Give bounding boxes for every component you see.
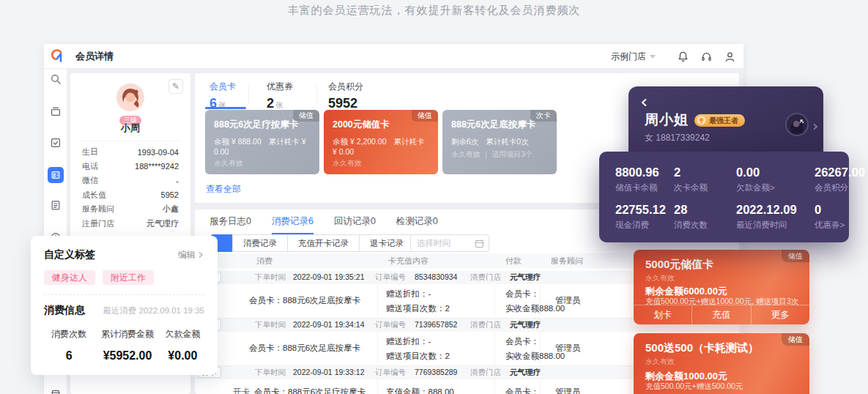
dashed-divider — [44, 294, 204, 295]
cell-recharge-2: 赠送项目次数：2 — [386, 303, 450, 314]
card-consumed: 累计耗卡0次 — [486, 137, 528, 146]
field-label: 生日 — [82, 146, 98, 157]
profile-field-row: 注册门店元气理疗 — [82, 217, 179, 231]
cell-advisor: 管理员 — [555, 295, 581, 306]
stored-value-card[interactable]: 储值 500送500（卡耗测试） 永久有效 剩余金额1000.00元 充值500… — [634, 333, 809, 394]
tab-follow-up[interactable]: 回访记录0 — [334, 215, 376, 234]
headset-icon[interactable] — [700, 51, 713, 63]
recent-consume-time: 最近消费 2022.09.01 19:35 — [103, 305, 204, 316]
tab-value: 2 — [267, 96, 274, 111]
filter-refund-button[interactable]: 退卡记录 — [359, 234, 415, 252]
edit-label: 编辑 — [178, 249, 196, 261]
member-rank-badge: 最强王者 — [694, 114, 745, 127]
meta-value: 8534830934 — [415, 272, 457, 281]
card-title: 500送500（卡耗测试） — [645, 341, 759, 355]
filter-buttons: 消费记录 充值开卡记录 退卡记录 — [233, 234, 415, 252]
tab-unit: 张 — [275, 101, 283, 109]
sidebar-shop2-icon[interactable] — [44, 388, 67, 394]
stat-label: 累计消费金额 — [94, 328, 161, 341]
tab-service-log[interactable]: 服务日志0 — [209, 215, 251, 234]
cell-advisor: 管理员 — [555, 343, 581, 354]
recharge-button[interactable]: 充值 — [691, 305, 750, 324]
consume-stats: 消费次数 6 累计消费金额 ¥5952.00 欠款金额 ¥0.00 — [44, 328, 204, 363]
stat-value: ¥5952.00 — [94, 349, 161, 363]
field-label: 服务顾问 — [82, 204, 114, 215]
swipe-card-button[interactable]: 划卡 — [634, 305, 691, 324]
meta-value: 2022-09-01 19:35:21 — [293, 272, 365, 281]
window-header: 会员详情 示例门店 — [44, 44, 743, 69]
profile-field-row: 微信- — [82, 174, 179, 188]
sidebar-member-icon[interactable] — [48, 167, 64, 183]
date-range-input[interactable]: 选择时间 — [410, 234, 489, 252]
meta-value: 2022-09-01 19:34:14 — [293, 320, 365, 329]
card-validity: 永久有效 — [214, 158, 311, 168]
field-value: 小鑫 — [163, 204, 179, 215]
cell-pay-1: 会员卡： — [505, 387, 539, 394]
meta-label: 消费门店 — [470, 320, 501, 330]
card-type-badge: 次卡 — [530, 110, 557, 122]
tag-pill[interactable]: 健身达人 — [44, 270, 95, 285]
user-icon[interactable] — [724, 51, 736, 63]
card-actions: 划卡 充值 更多 — [634, 305, 809, 324]
stat-value: ¥0.00 — [161, 349, 204, 363]
tab-value: 5952 — [328, 96, 357, 111]
divider — [540, 379, 541, 394]
cell-recharge-1: 赠送折扣：- — [386, 336, 431, 347]
tab-inspection[interactable]: 检测记录0 — [396, 215, 438, 234]
meta-label: 下单时间 — [255, 320, 286, 330]
meta-label: 订单编号 — [375, 368, 406, 378]
tab-coupons[interactable]: 优惠券 2张 — [267, 81, 293, 111]
more-button[interactable]: 更多 — [751, 305, 809, 324]
member-avatar: 三级 — [116, 83, 144, 111]
meta-label: 下单时间 — [255, 272, 286, 283]
sidebar-collection-icon[interactable] — [44, 105, 67, 122]
field-value: - — [176, 176, 179, 185]
cell-consume: 会员卡：888元6次足疗按摩卡 — [254, 387, 366, 394]
filter-consume-button[interactable]: 消费记录 — [232, 234, 288, 252]
meta-value: 元气理疗 — [510, 320, 541, 330]
cell-consume: 会员卡：888元6次足底按摩卡 — [249, 295, 360, 306]
member-card-item[interactable]: 次卡 888元6次足底按摩卡 剩余6次累计耗卡0次 永久有效 ｜ 适用项目3个 — [442, 110, 557, 174]
sidebar-search-icon[interactable] — [44, 73, 67, 89]
store-selector[interactable]: 示例门店 — [611, 51, 656, 63]
chevron-right-icon[interactable] — [812, 120, 819, 127]
edit-tags-button[interactable]: 编辑 — [178, 249, 204, 261]
store-selector-label: 示例门店 — [611, 51, 646, 63]
tab-consume-records[interactable]: 消费记录6 — [272, 215, 314, 234]
sidebar-order-icon[interactable] — [44, 199, 67, 215]
meta-label: 订单编号 — [375, 320, 406, 330]
stat-cash-consume: 22755.12现金消费 — [615, 203, 674, 231]
tab-points[interactable]: 会员积分 5952 — [328, 81, 363, 111]
member-panel-name: 周小姐 — [645, 111, 689, 130]
date-placeholder: 选择时间 — [417, 239, 450, 248]
col-header: 卡充值内容 — [388, 256, 429, 267]
field-value: 元气理疗 — [146, 218, 179, 229]
edit-profile-button[interactable]: ✎ — [168, 79, 183, 94]
card-validity: 永久有效 — [645, 273, 675, 283]
stat-consume-count: 消费次数 6 — [44, 328, 94, 363]
profile-field-row: 成长值5952 — [82, 188, 179, 203]
view-all-link[interactable]: 查看全部 — [206, 183, 241, 196]
member-card-item[interactable]: 储值 2000元储值卡 余额 ¥ 2,200.00累计耗卡 ¥ 0.00 永久有… — [324, 110, 438, 174]
app-logo-icon — [49, 48, 67, 65]
calendar-icon — [475, 239, 484, 248]
field-label: 电话 — [82, 161, 98, 172]
profile-field-row: 服务顾问小鑫 — [82, 202, 179, 217]
notification-bell-icon[interactable] — [677, 51, 689, 63]
stat-label: 消费次数 — [44, 328, 94, 341]
back-button[interactable] — [640, 97, 649, 105]
chevron-left-icon — [640, 98, 649, 107]
stat-debt-amount: 欠款金额 ¥0.00 — [161, 328, 204, 363]
member-gender-phone: 女 18817339242 — [645, 132, 710, 144]
filter-recharge-button[interactable]: 充值开卡记录 — [287, 234, 360, 252]
sidebar-todo-icon[interactable] — [44, 137, 67, 153]
stat-consume-count: 28消费次数 — [674, 203, 736, 231]
card-type-badge: 储值 — [412, 110, 438, 122]
stored-value-card[interactable]: 储值 5000元储值卡 永久有效 剩余金额6000.00元 充值5000.00元… — [634, 250, 809, 324]
tab-label: 会员积分 — [328, 81, 363, 93]
member-card-item[interactable]: 储值 888元6次足疗按摩卡 余额 ¥ 888.00累计耗卡 ¥ 0.00 永久… — [205, 110, 319, 174]
member-panel-avatar[interactable] — [785, 113, 809, 136]
card-balance: 余额 ¥ 2,200.00 — [333, 137, 387, 146]
meta-value: 元气理疗 — [510, 368, 541, 378]
tag-pill[interactable]: 附近工作 — [103, 270, 154, 285]
